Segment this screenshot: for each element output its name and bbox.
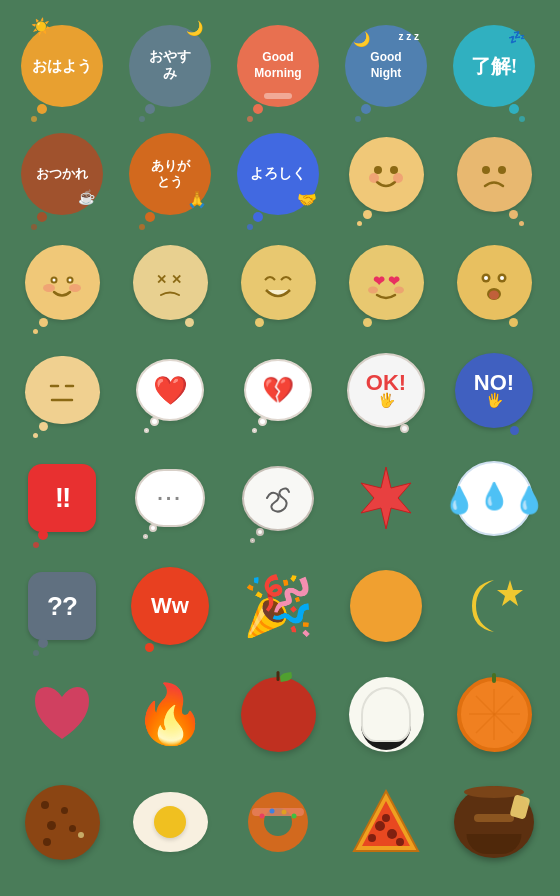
sticker-face-shock[interactable] bbox=[446, 234, 542, 330]
good-night-text: GoodNight bbox=[370, 50, 401, 81]
sticker-face-happy[interactable] bbox=[338, 126, 434, 222]
oyasumi-text: おやすみ bbox=[149, 49, 191, 83]
svg-point-4 bbox=[482, 166, 490, 174]
ohayo-text: おはよう bbox=[32, 58, 92, 75]
exclaim-text: !! bbox=[55, 482, 70, 514]
ryokai-text: 了解! bbox=[471, 53, 518, 80]
svg-point-1 bbox=[390, 166, 398, 174]
sticker-scribble[interactable] bbox=[230, 450, 326, 546]
sticker-face-blush[interactable] bbox=[14, 234, 110, 330]
svg-point-3 bbox=[393, 173, 403, 183]
sticker-face-sad[interactable] bbox=[446, 126, 542, 222]
sticker-ohayo[interactable]: おはよう ☀️ bbox=[14, 18, 110, 114]
sticker-cookie[interactable] bbox=[14, 774, 110, 870]
good-morning-text: GoodMorning bbox=[254, 50, 301, 81]
sticker-face-neutral[interactable] bbox=[14, 342, 110, 438]
no-text: NO! bbox=[474, 372, 514, 394]
ww-text: Ww bbox=[151, 593, 189, 619]
sticker-ok[interactable]: OK! 🖐️ bbox=[338, 342, 434, 438]
svg-point-23 bbox=[489, 290, 499, 299]
svg-point-17 bbox=[394, 286, 404, 293]
sticker-exclamation[interactable]: !! bbox=[14, 450, 110, 546]
sticker-donut[interactable] bbox=[230, 774, 326, 870]
sticker-party[interactable]: 🎉 bbox=[230, 558, 326, 654]
sticker-good-night[interactable]: z z z GoodNight 🌙 bbox=[338, 18, 434, 114]
sticker-starburst[interactable] bbox=[338, 450, 434, 546]
sticker-face-x-eyes[interactable]: ✕ ✕ bbox=[122, 234, 218, 330]
svg-point-2 bbox=[369, 173, 379, 183]
yoroshiku-text: よろしく bbox=[250, 166, 306, 183]
svg-marker-27 bbox=[361, 467, 411, 529]
broken-heart-text: 💔 bbox=[262, 375, 294, 406]
sticker-broken-heart-bubble[interactable]: 💔 bbox=[230, 342, 326, 438]
ok-text: OK! bbox=[366, 372, 406, 394]
question-text: ?? bbox=[47, 591, 77, 622]
sticker-chocolate[interactable] bbox=[446, 774, 542, 870]
sticker-onigiri[interactable] bbox=[338, 666, 434, 762]
sticker-raindrops[interactable]: 💧 💧 💧 bbox=[446, 450, 542, 546]
sticker-big-heart[interactable] bbox=[14, 666, 110, 762]
heart-text: ❤️ bbox=[153, 374, 188, 407]
sticker-otsukare[interactable]: おつかれ ☕ bbox=[14, 126, 110, 222]
sticker-yoroshiku[interactable]: よろしく 🤝 bbox=[230, 126, 326, 222]
svg-point-10 bbox=[53, 278, 56, 281]
svg-point-20 bbox=[484, 276, 488, 280]
party-emoji: 🎉 bbox=[242, 572, 314, 640]
arigatou-text: ありがとう bbox=[151, 158, 190, 189]
svg-point-21 bbox=[500, 276, 504, 280]
sticker-ryokai[interactable]: 了解! 💤 bbox=[446, 18, 542, 114]
svg-text:✕: ✕ bbox=[156, 272, 167, 287]
sticker-face-grin[interactable] bbox=[230, 234, 326, 330]
svg-point-0 bbox=[374, 166, 382, 174]
sticker-typing-dots[interactable]: ··· bbox=[122, 450, 218, 546]
svg-point-46 bbox=[396, 838, 404, 846]
sticker-oyasumi[interactable]: おやすみ 🌙 bbox=[122, 18, 218, 114]
sticker-grid: おはよう ☀️ おやすみ 🌙 GoodMorning z z z GoodNig… bbox=[14, 18, 546, 870]
dots-text: ··· bbox=[157, 487, 183, 510]
sticker-question[interactable]: ?? bbox=[14, 558, 110, 654]
svg-point-16 bbox=[368, 286, 378, 293]
sticker-pizza[interactable] bbox=[338, 774, 434, 870]
svg-text:✕: ✕ bbox=[171, 272, 182, 287]
svg-point-44 bbox=[382, 814, 390, 822]
svg-point-38 bbox=[282, 810, 287, 815]
fire-emoji: 🔥 bbox=[134, 680, 206, 748]
svg-point-11 bbox=[69, 278, 72, 281]
sticker-orange-fruit[interactable] bbox=[446, 666, 542, 762]
sticker-heart-bubble[interactable]: ❤️ bbox=[122, 342, 218, 438]
sticker-good-morning[interactable]: GoodMorning bbox=[230, 18, 326, 114]
sticker-ww[interactable]: Ww bbox=[122, 558, 218, 654]
svg-text:❤: ❤ bbox=[373, 273, 385, 289]
sticker-orange-circle[interactable] bbox=[338, 558, 434, 654]
sticker-fried-egg[interactable] bbox=[122, 774, 218, 870]
svg-point-9 bbox=[69, 284, 81, 292]
sticker-face-love[interactable]: ❤ ❤ bbox=[338, 234, 434, 330]
svg-point-5 bbox=[498, 166, 506, 174]
otsukare-text: おつかれ bbox=[36, 166, 88, 182]
svg-point-39 bbox=[292, 814, 297, 819]
svg-marker-28 bbox=[497, 580, 523, 606]
sticker-fire[interactable]: 🔥 bbox=[122, 666, 218, 762]
svg-point-37 bbox=[270, 809, 275, 814]
svg-point-43 bbox=[387, 829, 397, 839]
svg-point-36 bbox=[260, 814, 265, 819]
svg-point-8 bbox=[43, 284, 55, 292]
svg-rect-35 bbox=[252, 808, 304, 816]
svg-point-42 bbox=[375, 821, 385, 831]
sticker-arigatou[interactable]: ありがとう 🙏 bbox=[122, 126, 218, 222]
sticker-no[interactable]: NO! 🖐️ bbox=[446, 342, 542, 438]
sticker-moon-star[interactable] bbox=[446, 558, 542, 654]
svg-point-45 bbox=[368, 834, 376, 842]
sticker-apple[interactable] bbox=[230, 666, 326, 762]
